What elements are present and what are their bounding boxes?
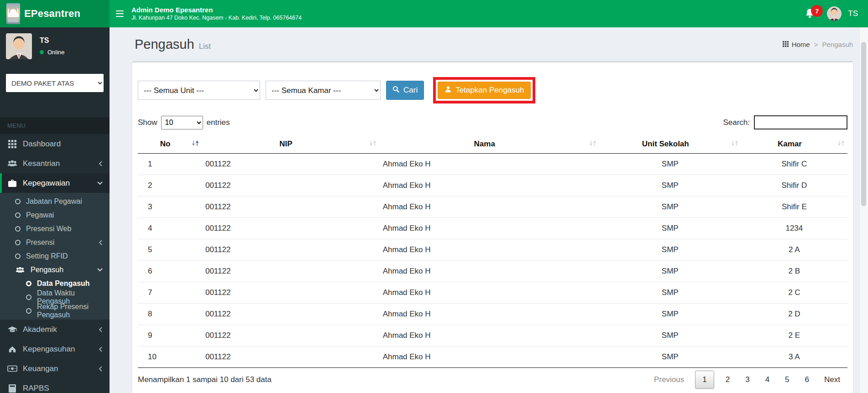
table-row: 3 001122 Ahmad Eko H SMP Shifir E bbox=[138, 196, 847, 217]
page-title: Pengasuh bbox=[135, 37, 194, 52]
cell-no: 3 bbox=[138, 196, 202, 217]
cell-nama: Ahmad Eko H bbox=[379, 196, 599, 217]
breadcrumb: Home > Pengasuh bbox=[783, 41, 853, 48]
pagination-page-2[interactable]: 2 bbox=[719, 371, 737, 388]
sidebar-item-rekap-presensi-pengasuh[interactable]: Rekap Presensi Pengasuh bbox=[0, 304, 110, 318]
cell-no: 5 bbox=[138, 239, 202, 260]
sidebar-item-pegawai[interactable]: Pegawai bbox=[0, 208, 110, 222]
sidebar-item-akademik[interactable]: Akademik bbox=[0, 320, 110, 339]
column-header-unit-sekolah[interactable]: Unit Sekolah bbox=[599, 135, 741, 153]
users-icon bbox=[7, 160, 17, 167]
cell-kamar: Shifir C bbox=[741, 153, 847, 175]
sidebar-item-label: Data Pengasuh bbox=[37, 279, 90, 288]
sidebar-item-dashboard[interactable]: Dashboard bbox=[0, 134, 110, 154]
column-header-nama[interactable]: Nama bbox=[379, 135, 599, 153]
pagination-previous[interactable]: Previous bbox=[647, 371, 691, 388]
package-select[interactable]: DEMO PAKET ATAS bbox=[6, 74, 104, 92]
column-header-nip[interactable]: NIP bbox=[202, 135, 379, 153]
sidebar-item-jabatan-pegawai[interactable]: Jabatan Pegawai bbox=[0, 195, 110, 208]
table-row: 4 001122 Ahmad Eko H SMP 1234 bbox=[138, 217, 847, 239]
cell-nip: 001122 bbox=[202, 303, 379, 325]
cell-nip: 001122 bbox=[202, 196, 379, 217]
cell-nama: Ahmad Eko H bbox=[379, 153, 599, 175]
sidebar-item-presensi[interactable]: Presensi bbox=[0, 236, 110, 249]
sidebar-item-setting-rfid[interactable]: Setting RFID bbox=[0, 249, 110, 263]
cell-no: 1 bbox=[138, 153, 202, 175]
sidebar-item-kesantrian[interactable]: Kesantrian bbox=[0, 154, 110, 173]
cell-no: 8 bbox=[138, 303, 202, 325]
tetapkan-pengasuh-button[interactable]: Tetapkan Pengasuh bbox=[438, 82, 531, 99]
breadcrumb-separator: > bbox=[814, 41, 818, 48]
cell-no: 4 bbox=[138, 217, 202, 239]
sidebar-item-rapbs[interactable]: RAPBS bbox=[0, 378, 110, 393]
sidebar-item-kepengasuhan[interactable]: Kepengasuhan bbox=[0, 339, 110, 359]
scrollbar-track[interactable] bbox=[859, 27, 868, 393]
cell-nip: 001122 bbox=[202, 153, 379, 175]
cell-kamar: Shifir D bbox=[741, 175, 847, 196]
pagination-page-4[interactable]: 4 bbox=[758, 371, 776, 388]
cell-nip: 001122 bbox=[202, 325, 379, 346]
pengasuh-list-card: --- Semua Unit --- --- Semua Kamar --- C… bbox=[132, 61, 853, 393]
pagination-page-6[interactable]: 6 bbox=[798, 371, 816, 388]
table-row: 1 001122 Ahmad Eko H SMP Shifir C bbox=[138, 153, 847, 175]
sidebar-item-label: Kepegawaian bbox=[23, 179, 70, 188]
pagination-next[interactable]: Next bbox=[817, 371, 847, 388]
calculator-icon bbox=[7, 384, 17, 393]
sidebar-item-data-waktu-pengasuh[interactable]: Data Waktu Pengasuh bbox=[0, 290, 110, 304]
cell-nama: Ahmad Eko H bbox=[379, 325, 599, 346]
sort-icon bbox=[837, 140, 845, 149]
breadcrumb-home-link[interactable]: Home bbox=[783, 41, 810, 48]
unit-filter-select[interactable]: --- Semua Unit --- bbox=[138, 81, 260, 100]
notifications-button[interactable]: 7 bbox=[805, 8, 815, 19]
cell-unit: SMP bbox=[599, 217, 741, 239]
user-avatar[interactable] bbox=[827, 6, 842, 21]
pagination-page-5[interactable]: 5 bbox=[778, 371, 796, 388]
main-content: Pengasuh List Home > Pengasuh --- Semua bbox=[110, 27, 868, 393]
sidebar: TS Online DEMO PAKET ATAS MENU Dashboard bbox=[0, 27, 110, 393]
column-header-no[interactable]: No bbox=[138, 135, 202, 153]
circle-o-icon bbox=[15, 240, 21, 245]
pagination-page-3[interactable]: 3 bbox=[738, 371, 756, 388]
column-header-kamar[interactable]: Kamar bbox=[741, 135, 847, 153]
breadcrumb-current: Pengasuh bbox=[822, 41, 853, 48]
users-icon bbox=[15, 267, 25, 274]
scrollbar-thumb[interactable] bbox=[861, 42, 866, 206]
pengasuh-table: No NIP bbox=[138, 135, 847, 368]
cell-unit: SMP bbox=[599, 260, 741, 282]
chevron-down-icon bbox=[97, 181, 103, 186]
circle-o-icon bbox=[26, 281, 31, 286]
cell-no: 10 bbox=[138, 346, 202, 367]
table-search-input[interactable] bbox=[754, 115, 847, 129]
sidebar-item-presensi-web[interactable]: Presensi Web bbox=[0, 222, 110, 236]
sidebar-item-keuangan[interactable]: Keuangan bbox=[0, 359, 110, 378]
user-short-name: TS bbox=[848, 9, 858, 18]
sidebar-item-data-pengasuh[interactable]: Data Pengasuh bbox=[0, 277, 110, 290]
cell-kamar: 3 A bbox=[741, 346, 847, 367]
sidebar-item-label: Kesantrian bbox=[23, 159, 60, 168]
brand-name: EPesantren bbox=[24, 8, 80, 20]
cell-no: 6 bbox=[138, 260, 202, 282]
school-identity: Admin Demo Epesantren Jl. Kahuripan 47 D… bbox=[131, 5, 302, 22]
online-status-label: Online bbox=[47, 49, 65, 56]
cell-nama: Ahmad Eko H bbox=[379, 175, 599, 196]
sidebar-item-pengasuh[interactable]: Pengasuh bbox=[0, 263, 110, 277]
kamar-filter-select[interactable]: --- Semua Kamar --- bbox=[266, 81, 381, 100]
notification-count-badge: 7 bbox=[811, 5, 823, 17]
sidebar-item-kepegawaian[interactable]: Kepegawaian bbox=[0, 173, 110, 193]
sidebar-item-label: Presensi bbox=[26, 238, 54, 247]
person-icon bbox=[444, 86, 452, 95]
sort-icon bbox=[369, 140, 376, 149]
money-icon bbox=[7, 365, 17, 372]
pagination-page-1[interactable]: 1 bbox=[695, 371, 714, 389]
mosque-logo-image bbox=[6, 3, 20, 24]
search-icon bbox=[392, 86, 400, 95]
cell-nip: 001122 bbox=[202, 260, 379, 282]
cell-kamar: 2 A bbox=[741, 239, 847, 260]
page-length-select[interactable]: 10 bbox=[161, 116, 203, 129]
sidebar-toggle-icon[interactable] bbox=[115, 9, 126, 19]
app-logo[interactable]: EPesantren bbox=[0, 0, 110, 27]
cell-nip: 001122 bbox=[202, 217, 379, 239]
cell-unit: SMP bbox=[599, 153, 741, 175]
table-row: 5 001122 Ahmad Eko H SMP 2 A bbox=[138, 239, 847, 260]
cari-button[interactable]: Cari bbox=[386, 81, 424, 100]
